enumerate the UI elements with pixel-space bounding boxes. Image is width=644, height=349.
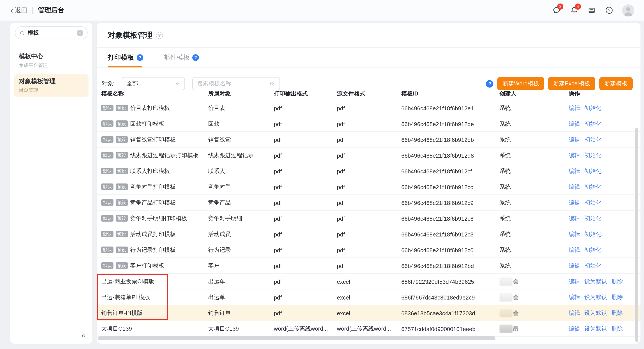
delete-link[interactable]: 删除 bbox=[612, 325, 623, 332]
delete-link[interactable]: 删除 bbox=[612, 278, 623, 285]
edit-link[interactable]: 编辑 bbox=[569, 199, 580, 206]
source-format-cell: pdf bbox=[337, 184, 401, 190]
source-format-cell: pdf bbox=[337, 263, 401, 269]
table-row: 默认预设客户打印模板 客户 pdf pdf 66b496c468e21f18f6… bbox=[97, 258, 640, 274]
actions-cell: 编辑设为默认删除 bbox=[569, 278, 640, 286]
actions-cell: 编辑初始化 bbox=[569, 183, 640, 191]
table-row: 默认预设线索跟进过程记录打印模板 线索跟进过程记录 pdf pdf 66b496… bbox=[97, 148, 640, 163]
template-id-cell: 66b496c468e21f18f6b912cc bbox=[401, 184, 500, 190]
edit-link[interactable]: 编辑 bbox=[569, 231, 580, 237]
preset-badge: 预设 bbox=[116, 105, 128, 111]
topbar-left: ‹ 返回 管理后台 bbox=[10, 0, 64, 20]
edit-link[interactable]: 编辑 bbox=[569, 278, 580, 285]
edit-link[interactable]: 编辑 bbox=[569, 136, 580, 143]
table-row: 默认预设销售线索打印模板 销售线索 pdf pdf 66b496c468e21f… bbox=[97, 132, 640, 148]
initialize-link[interactable]: 初始化 bbox=[584, 183, 602, 190]
topbar-right: 3 4 ? bbox=[552, 0, 634, 20]
preset-badge: 默认 bbox=[101, 105, 114, 111]
table-row: 大项目C139 大项目C139 word(上传离线word... word(上传… bbox=[97, 321, 640, 337]
creator-partial-text: 昂 bbox=[513, 325, 519, 333]
initialize-link[interactable]: 初始化 bbox=[584, 120, 602, 127]
sidebar-item-template-center[interactable]: 模板中心 集成平台管理 bbox=[14, 49, 88, 72]
template-id-cell: 66b496c468e21f18f6b912db bbox=[401, 136, 500, 143]
initialize-link[interactable]: 初始化 bbox=[584, 215, 602, 222]
initialize-link[interactable]: 初始化 bbox=[584, 152, 602, 159]
app-title: 管理后台 bbox=[38, 6, 64, 14]
inbox-tray-icon[interactable] bbox=[587, 5, 597, 15]
initialize-link[interactable]: 初始化 bbox=[584, 168, 602, 174]
table-row: 默认预设竞争对手打印模板 竞争对手 pdf pdf 66b496c468e21f… bbox=[97, 179, 640, 195]
output-format-cell: pdf bbox=[274, 294, 337, 301]
output-format-cell: pdf bbox=[274, 231, 337, 238]
output-format-cell: pdf bbox=[274, 310, 337, 316]
edit-link[interactable]: 编辑 bbox=[569, 294, 580, 300]
actions-cell: 编辑初始化 bbox=[569, 136, 640, 144]
tab-print-template[interactable]: 打印模板 ? bbox=[108, 53, 143, 62]
output-format-cell: pdf bbox=[274, 199, 337, 206]
template-name: 价目表打印模板 bbox=[130, 105, 170, 111]
edit-link[interactable]: 编辑 bbox=[569, 120, 580, 127]
source-format-cell: excel bbox=[337, 310, 401, 316]
initialize-link[interactable]: 初始化 bbox=[584, 247, 602, 253]
edit-link[interactable]: 编辑 bbox=[569, 310, 580, 316]
actions-cell: 编辑初始化 bbox=[569, 215, 640, 222]
edit-link[interactable]: 编辑 bbox=[569, 215, 580, 222]
table-row: 默认预设价目表打印模板 价目表 pdf pdf 66b496c468e21f18… bbox=[97, 100, 640, 116]
help-icon[interactable]: ? bbox=[604, 5, 614, 15]
edit-link[interactable]: 编辑 bbox=[569, 247, 580, 253]
messages-icon[interactable]: 3 bbox=[552, 5, 562, 15]
object-cell: 销售线索 bbox=[208, 136, 274, 144]
set-default-link[interactable]: 设为默认 bbox=[584, 278, 607, 285]
initialize-link[interactable]: 初始化 bbox=[584, 136, 602, 143]
source-format-cell: pdf bbox=[337, 199, 401, 206]
set-default-link[interactable]: 设为默认 bbox=[584, 310, 607, 316]
tab-help-icon[interactable]: ? bbox=[192, 54, 199, 61]
edit-link[interactable]: 编辑 bbox=[569, 105, 580, 111]
creator-cell: 昂 bbox=[500, 325, 569, 333]
edit-link[interactable]: 编辑 bbox=[569, 152, 580, 159]
sidebar-search-input[interactable]: 模板 × bbox=[15, 26, 88, 39]
sidebar-item-object-template-management[interactable]: 对象模板管理 对象管理 bbox=[14, 74, 88, 97]
edit-link[interactable]: 编辑 bbox=[569, 183, 580, 190]
back-button[interactable]: ‹ 返回 bbox=[10, 6, 27, 14]
sidebar-item-subtitle: 集成平台管理 bbox=[19, 62, 88, 69]
delete-link[interactable]: 删除 bbox=[612, 310, 623, 316]
preset-badge: 预设 bbox=[116, 215, 128, 222]
edit-link[interactable]: 编辑 bbox=[569, 325, 580, 332]
edit-link[interactable]: 编辑 bbox=[569, 168, 580, 174]
object-cell: 销售订单 bbox=[208, 309, 274, 317]
set-default-link[interactable]: 设为默认 bbox=[584, 325, 607, 332]
notifications-bell-icon[interactable]: 4 bbox=[570, 5, 579, 15]
initialize-link[interactable]: 初始化 bbox=[584, 231, 602, 237]
edit-link[interactable]: 编辑 bbox=[569, 262, 580, 269]
horizontal-scrollbar-thumb[interactable] bbox=[98, 336, 496, 340]
column-header: 模板名称 bbox=[101, 90, 208, 98]
redacted-creator-blur bbox=[500, 309, 512, 318]
initialize-link[interactable]: 初始化 bbox=[584, 199, 602, 206]
object-cell: 客户 bbox=[208, 262, 274, 270]
preset-badge: 默认 bbox=[101, 136, 114, 143]
create-help-icon[interactable]: ? bbox=[486, 80, 494, 87]
tab-email-template[interactable]: 邮件模板 ? bbox=[164, 53, 199, 62]
tab-help-icon[interactable]: ? bbox=[137, 54, 143, 61]
template-id-cell: 686f7667dc43c3018ed9e2c9 bbox=[401, 294, 500, 301]
set-default-link[interactable]: 设为默认 bbox=[584, 294, 607, 300]
initialize-link[interactable]: 初始化 bbox=[584, 105, 602, 111]
vertical-scrollbar-thumb[interactable] bbox=[635, 128, 638, 342]
initialize-link[interactable]: 初始化 bbox=[584, 262, 602, 269]
object-cell: 联系人 bbox=[208, 167, 274, 175]
page-title-help-icon[interactable]: ? bbox=[156, 32, 163, 39]
sidebar-collapse-icon[interactable]: « bbox=[82, 332, 86, 339]
user-avatar[interactable] bbox=[622, 4, 634, 16]
object-cell: 线索跟进过程记录 bbox=[208, 151, 274, 159]
delete-link[interactable]: 删除 bbox=[612, 294, 623, 300]
output-format-cell: pdf bbox=[274, 121, 337, 127]
clear-search-icon[interactable]: × bbox=[77, 29, 83, 36]
redacted-creator-blur bbox=[500, 277, 512, 286]
template-name: 出运-商业发票CI模版 bbox=[101, 278, 154, 285]
actions-cell: 编辑初始化 bbox=[569, 230, 640, 238]
object-cell: 竞争对手 bbox=[208, 183, 274, 191]
object-cell: 出运单 bbox=[208, 278, 274, 286]
preset-badge: 预设 bbox=[116, 183, 128, 190]
table-row: 默认预设行为记录打印模板 行为记录 pdf pdf 66b496c468e21f… bbox=[97, 242, 640, 258]
